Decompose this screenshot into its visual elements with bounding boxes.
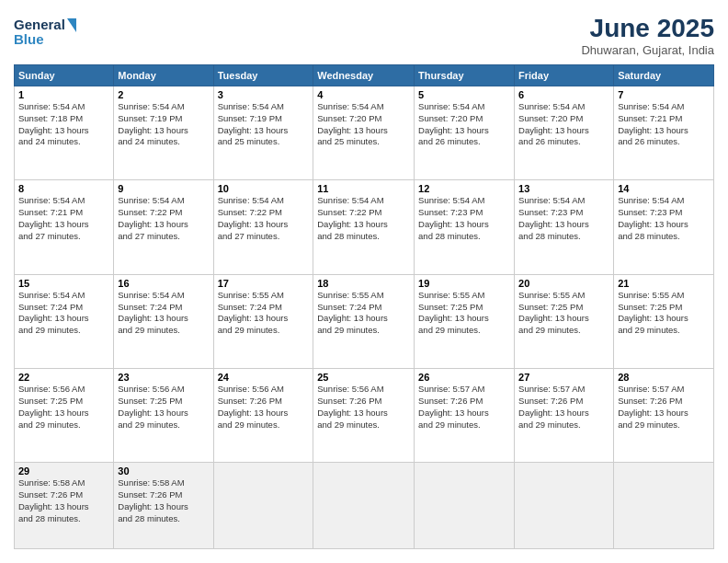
day-info: Sunrise: 5:54 AM Sunset: 7:22 PM Dayligh… [118, 195, 209, 242]
day-info: Sunrise: 5:54 AM Sunset: 7:20 PM Dayligh… [418, 101, 510, 148]
day-number: 19 [418, 278, 510, 289]
week-row-4: 22Sunrise: 5:56 AM Sunset: 7:25 PM Dayli… [15, 369, 714, 463]
svg-marker-2 [67, 18, 76, 32]
calendar-cell [614, 463, 714, 549]
day-number: 20 [518, 278, 609, 289]
day-info: Sunrise: 5:56 AM Sunset: 7:26 PM Dayligh… [218, 384, 310, 431]
day-number: 22 [18, 372, 109, 383]
calendar-cell: 10Sunrise: 5:54 AM Sunset: 7:22 PM Dayli… [213, 180, 313, 274]
day-info: Sunrise: 5:56 AM Sunset: 7:25 PM Dayligh… [118, 384, 209, 431]
col-sunday: Sunday [15, 65, 114, 86]
day-number: 3 [218, 89, 310, 100]
header: GeneralBlue June 2025 Dhuwaran, Gujarat,… [14, 14, 714, 57]
calendar-cell: 16Sunrise: 5:54 AM Sunset: 7:24 PM Dayli… [114, 274, 213, 368]
day-info: Sunrise: 5:54 AM Sunset: 7:23 PM Dayligh… [418, 195, 510, 242]
day-number: 28 [618, 372, 710, 383]
day-number: 7 [618, 89, 710, 100]
day-info: Sunrise: 5:54 AM Sunset: 7:24 PM Dayligh… [118, 290, 209, 337]
logo-svg: GeneralBlue [14, 14, 78, 49]
calendar-cell: 14Sunrise: 5:54 AM Sunset: 7:23 PM Dayli… [614, 180, 714, 274]
day-info: Sunrise: 5:58 AM Sunset: 7:26 PM Dayligh… [18, 477, 109, 524]
calendar-cell: 28Sunrise: 5:57 AM Sunset: 7:26 PM Dayli… [614, 369, 714, 463]
day-info: Sunrise: 5:55 AM Sunset: 7:24 PM Dayligh… [218, 290, 310, 337]
day-number: 1 [18, 89, 109, 100]
day-info: Sunrise: 5:58 AM Sunset: 7:26 PM Dayligh… [118, 477, 209, 524]
header-row: Sunday Monday Tuesday Wednesday Thursday… [15, 65, 714, 86]
calendar-cell: 3Sunrise: 5:54 AM Sunset: 7:19 PM Daylig… [213, 86, 313, 180]
week-row-5: 29Sunrise: 5:58 AM Sunset: 7:26 PM Dayli… [15, 463, 714, 549]
day-number: 18 [317, 278, 410, 289]
day-info: Sunrise: 5:56 AM Sunset: 7:25 PM Dayligh… [18, 384, 109, 431]
day-info: Sunrise: 5:55 AM Sunset: 7:25 PM Dayligh… [518, 290, 609, 337]
calendar-cell: 22Sunrise: 5:56 AM Sunset: 7:25 PM Dayli… [15, 369, 114, 463]
calendar-cell [213, 463, 313, 549]
day-info: Sunrise: 5:54 AM Sunset: 7:21 PM Dayligh… [18, 195, 109, 242]
calendar-cell: 6Sunrise: 5:54 AM Sunset: 7:20 PM Daylig… [515, 86, 614, 180]
day-number: 26 [418, 372, 510, 383]
day-info: Sunrise: 5:55 AM Sunset: 7:25 PM Dayligh… [418, 290, 510, 337]
day-number: 2 [118, 89, 209, 100]
calendar-cell: 25Sunrise: 5:56 AM Sunset: 7:26 PM Dayli… [313, 369, 415, 463]
day-number: 25 [317, 372, 410, 383]
calendar-cell: 23Sunrise: 5:56 AM Sunset: 7:25 PM Dayli… [114, 369, 213, 463]
col-friday: Friday [515, 65, 614, 86]
day-number: 11 [317, 183, 410, 194]
calendar-cell [313, 463, 415, 549]
day-info: Sunrise: 5:54 AM Sunset: 7:22 PM Dayligh… [317, 195, 410, 242]
calendar-cell: 30Sunrise: 5:58 AM Sunset: 7:26 PM Dayli… [114, 463, 213, 549]
calendar-table: Sunday Monday Tuesday Wednesday Thursday… [14, 64, 714, 549]
day-number: 24 [218, 372, 310, 383]
calendar-cell: 13Sunrise: 5:54 AM Sunset: 7:23 PM Dayli… [515, 180, 614, 274]
day-info: Sunrise: 5:54 AM Sunset: 7:20 PM Dayligh… [317, 101, 410, 148]
calendar-cell: 15Sunrise: 5:54 AM Sunset: 7:24 PM Dayli… [15, 274, 114, 368]
calendar-cell [415, 463, 515, 549]
day-number: 8 [18, 183, 109, 194]
calendar-cell: 11Sunrise: 5:54 AM Sunset: 7:22 PM Dayli… [313, 180, 415, 274]
calendar-cell: 17Sunrise: 5:55 AM Sunset: 7:24 PM Dayli… [213, 274, 313, 368]
month-title: June 2025 [581, 14, 714, 43]
day-number: 21 [618, 278, 710, 289]
calendar-cell [515, 463, 614, 549]
calendar-cell: 12Sunrise: 5:54 AM Sunset: 7:23 PM Dayli… [415, 180, 515, 274]
day-number: 27 [518, 372, 609, 383]
day-number: 10 [218, 183, 310, 194]
day-info: Sunrise: 5:54 AM Sunset: 7:23 PM Dayligh… [518, 195, 609, 242]
day-info: Sunrise: 5:54 AM Sunset: 7:21 PM Dayligh… [618, 101, 710, 148]
col-saturday: Saturday [614, 65, 714, 86]
day-number: 30 [118, 465, 209, 477]
day-number: 12 [418, 183, 510, 194]
title-area: June 2025 Dhuwaran, Gujarat, India [581, 14, 714, 57]
day-info: Sunrise: 5:55 AM Sunset: 7:24 PM Dayligh… [317, 290, 410, 337]
location: Dhuwaran, Gujarat, India [581, 43, 714, 57]
svg-text:Blue: Blue [14, 31, 44, 47]
day-number: 23 [118, 372, 209, 383]
page: GeneralBlue June 2025 Dhuwaran, Gujarat,… [0, 0, 728, 563]
day-info: Sunrise: 5:54 AM Sunset: 7:24 PM Dayligh… [18, 290, 109, 337]
day-info: Sunrise: 5:56 AM Sunset: 7:26 PM Dayligh… [317, 384, 410, 431]
day-number: 29 [18, 465, 109, 477]
day-info: Sunrise: 5:57 AM Sunset: 7:26 PM Dayligh… [618, 384, 710, 431]
col-thursday: Thursday [415, 65, 515, 86]
day-number: 6 [518, 89, 609, 100]
calendar-cell: 20Sunrise: 5:55 AM Sunset: 7:25 PM Dayli… [515, 274, 614, 368]
day-number: 4 [317, 89, 410, 100]
day-info: Sunrise: 5:57 AM Sunset: 7:26 PM Dayligh… [518, 384, 609, 431]
calendar-cell: 24Sunrise: 5:56 AM Sunset: 7:26 PM Dayli… [213, 369, 313, 463]
calendar-cell: 26Sunrise: 5:57 AM Sunset: 7:26 PM Dayli… [415, 369, 515, 463]
day-number: 13 [518, 183, 609, 194]
day-info: Sunrise: 5:55 AM Sunset: 7:25 PM Dayligh… [618, 290, 710, 337]
calendar-cell: 8Sunrise: 5:54 AM Sunset: 7:21 PM Daylig… [15, 180, 114, 274]
day-info: Sunrise: 5:54 AM Sunset: 7:18 PM Dayligh… [18, 101, 109, 148]
week-row-3: 15Sunrise: 5:54 AM Sunset: 7:24 PM Dayli… [15, 274, 714, 368]
day-info: Sunrise: 5:54 AM Sunset: 7:19 PM Dayligh… [218, 101, 310, 148]
calendar-cell: 21Sunrise: 5:55 AM Sunset: 7:25 PM Dayli… [614, 274, 714, 368]
day-number: 14 [618, 183, 710, 194]
day-info: Sunrise: 5:54 AM Sunset: 7:19 PM Dayligh… [118, 101, 209, 148]
calendar-cell: 4Sunrise: 5:54 AM Sunset: 7:20 PM Daylig… [313, 86, 415, 180]
day-number: 9 [118, 183, 209, 194]
calendar-cell: 27Sunrise: 5:57 AM Sunset: 7:26 PM Dayli… [515, 369, 614, 463]
calendar-cell: 5Sunrise: 5:54 AM Sunset: 7:20 PM Daylig… [415, 86, 515, 180]
calendar-cell: 19Sunrise: 5:55 AM Sunset: 7:25 PM Dayli… [415, 274, 515, 368]
day-info: Sunrise: 5:54 AM Sunset: 7:20 PM Dayligh… [518, 101, 609, 148]
day-number: 17 [218, 278, 310, 289]
